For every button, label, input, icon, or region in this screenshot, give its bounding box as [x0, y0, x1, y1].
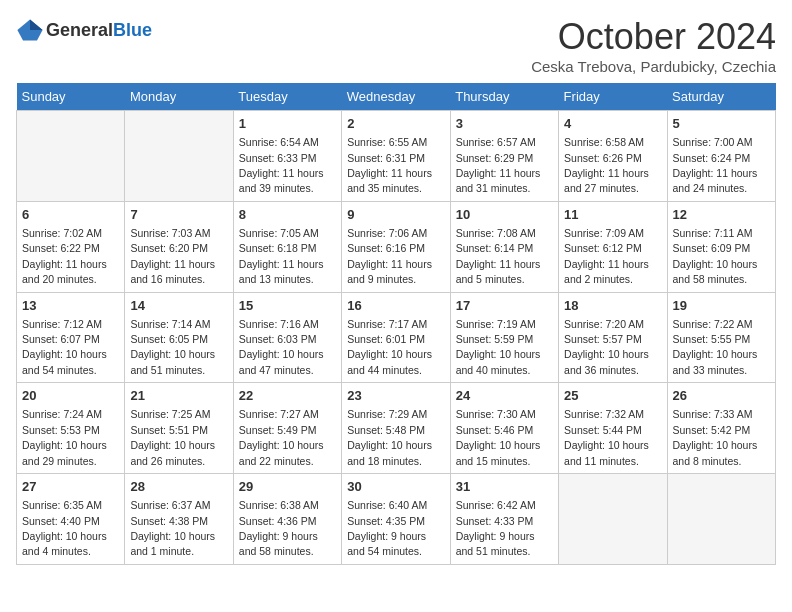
calendar-cell: 25Sunrise: 7:32 AM Sunset: 5:44 PM Dayli… [559, 383, 667, 474]
calendar-cell: 21Sunrise: 7:25 AM Sunset: 5:51 PM Dayli… [125, 383, 233, 474]
day-info: Sunrise: 7:08 AM Sunset: 6:14 PM Dayligh… [456, 227, 541, 285]
day-number: 23 [347, 387, 444, 405]
calendar-cell: 30Sunrise: 6:40 AM Sunset: 4:35 PM Dayli… [342, 474, 450, 565]
month-title: October 2024 [531, 16, 776, 58]
calendar-week-5: 27Sunrise: 6:35 AM Sunset: 4:40 PM Dayli… [17, 474, 776, 565]
calendar-cell: 27Sunrise: 6:35 AM Sunset: 4:40 PM Dayli… [17, 474, 125, 565]
calendar-cell: 5Sunrise: 7:00 AM Sunset: 6:24 PM Daylig… [667, 111, 775, 202]
logo-text-blue: Blue [113, 20, 152, 40]
calendar-cell: 16Sunrise: 7:17 AM Sunset: 6:01 PM Dayli… [342, 292, 450, 383]
weekday-header-sunday: Sunday [17, 83, 125, 111]
calendar-cell [559, 474, 667, 565]
calendar-header: SundayMondayTuesdayWednesdayThursdayFrid… [17, 83, 776, 111]
calendar-cell: 22Sunrise: 7:27 AM Sunset: 5:49 PM Dayli… [233, 383, 341, 474]
calendar-cell: 9Sunrise: 7:06 AM Sunset: 6:16 PM Daylig… [342, 201, 450, 292]
calendar-cell: 13Sunrise: 7:12 AM Sunset: 6:07 PM Dayli… [17, 292, 125, 383]
calendar-cell [17, 111, 125, 202]
day-info: Sunrise: 7:11 AM Sunset: 6:09 PM Dayligh… [673, 227, 758, 285]
calendar-cell: 15Sunrise: 7:16 AM Sunset: 6:03 PM Dayli… [233, 292, 341, 383]
day-info: Sunrise: 7:12 AM Sunset: 6:07 PM Dayligh… [22, 318, 107, 376]
day-info: Sunrise: 7:14 AM Sunset: 6:05 PM Dayligh… [130, 318, 215, 376]
calendar-week-3: 13Sunrise: 7:12 AM Sunset: 6:07 PM Dayli… [17, 292, 776, 383]
day-info: Sunrise: 6:55 AM Sunset: 6:31 PM Dayligh… [347, 136, 432, 194]
day-info: Sunrise: 7:25 AM Sunset: 5:51 PM Dayligh… [130, 408, 215, 466]
weekday-header-tuesday: Tuesday [233, 83, 341, 111]
day-number: 11 [564, 206, 661, 224]
day-number: 17 [456, 297, 553, 315]
day-number: 6 [22, 206, 119, 224]
weekday-header-friday: Friday [559, 83, 667, 111]
weekday-header-thursday: Thursday [450, 83, 558, 111]
calendar-cell: 20Sunrise: 7:24 AM Sunset: 5:53 PM Dayli… [17, 383, 125, 474]
day-number: 12 [673, 206, 770, 224]
svg-marker-1 [30, 20, 43, 31]
day-info: Sunrise: 7:27 AM Sunset: 5:49 PM Dayligh… [239, 408, 324, 466]
calendar-cell: 4Sunrise: 6:58 AM Sunset: 6:26 PM Daylig… [559, 111, 667, 202]
day-number: 22 [239, 387, 336, 405]
day-info: Sunrise: 7:33 AM Sunset: 5:42 PM Dayligh… [673, 408, 758, 466]
day-info: Sunrise: 7:05 AM Sunset: 6:18 PM Dayligh… [239, 227, 324, 285]
day-number: 1 [239, 115, 336, 133]
day-number: 21 [130, 387, 227, 405]
day-info: Sunrise: 6:58 AM Sunset: 6:26 PM Dayligh… [564, 136, 649, 194]
page-header: GeneralBlue October 2024 Ceska Trebova, … [16, 16, 776, 75]
day-info: Sunrise: 6:57 AM Sunset: 6:29 PM Dayligh… [456, 136, 541, 194]
day-info: Sunrise: 7:32 AM Sunset: 5:44 PM Dayligh… [564, 408, 649, 466]
day-info: Sunrise: 7:29 AM Sunset: 5:48 PM Dayligh… [347, 408, 432, 466]
day-info: Sunrise: 7:30 AM Sunset: 5:46 PM Dayligh… [456, 408, 541, 466]
calendar-cell [667, 474, 775, 565]
day-info: Sunrise: 7:17 AM Sunset: 6:01 PM Dayligh… [347, 318, 432, 376]
day-number: 13 [22, 297, 119, 315]
day-number: 26 [673, 387, 770, 405]
day-info: Sunrise: 7:09 AM Sunset: 6:12 PM Dayligh… [564, 227, 649, 285]
weekday-header-monday: Monday [125, 83, 233, 111]
day-info: Sunrise: 7:19 AM Sunset: 5:59 PM Dayligh… [456, 318, 541, 376]
calendar-cell [125, 111, 233, 202]
day-number: 7 [130, 206, 227, 224]
day-number: 8 [239, 206, 336, 224]
calendar-cell: 18Sunrise: 7:20 AM Sunset: 5:57 PM Dayli… [559, 292, 667, 383]
day-number: 4 [564, 115, 661, 133]
calendar-cell: 3Sunrise: 6:57 AM Sunset: 6:29 PM Daylig… [450, 111, 558, 202]
day-number: 18 [564, 297, 661, 315]
day-info: Sunrise: 7:24 AM Sunset: 5:53 PM Dayligh… [22, 408, 107, 466]
day-info: Sunrise: 7:03 AM Sunset: 6:20 PM Dayligh… [130, 227, 215, 285]
logo: GeneralBlue [16, 16, 152, 44]
day-info: Sunrise: 7:22 AM Sunset: 5:55 PM Dayligh… [673, 318, 758, 376]
day-number: 5 [673, 115, 770, 133]
day-info: Sunrise: 6:37 AM Sunset: 4:38 PM Dayligh… [130, 499, 215, 557]
calendar-table: SundayMondayTuesdayWednesdayThursdayFrid… [16, 83, 776, 565]
title-block: October 2024 Ceska Trebova, Pardubicky, … [531, 16, 776, 75]
day-number: 19 [673, 297, 770, 315]
day-info: Sunrise: 6:38 AM Sunset: 4:36 PM Dayligh… [239, 499, 319, 557]
day-number: 14 [130, 297, 227, 315]
day-number: 10 [456, 206, 553, 224]
day-number: 29 [239, 478, 336, 496]
day-info: Sunrise: 7:20 AM Sunset: 5:57 PM Dayligh… [564, 318, 649, 376]
day-info: Sunrise: 7:02 AM Sunset: 6:22 PM Dayligh… [22, 227, 107, 285]
calendar-cell: 17Sunrise: 7:19 AM Sunset: 5:59 PM Dayli… [450, 292, 558, 383]
day-number: 28 [130, 478, 227, 496]
weekday-header-row: SundayMondayTuesdayWednesdayThursdayFrid… [17, 83, 776, 111]
day-number: 24 [456, 387, 553, 405]
day-info: Sunrise: 6:35 AM Sunset: 4:40 PM Dayligh… [22, 499, 107, 557]
logo-text-general: General [46, 20, 113, 40]
day-number: 25 [564, 387, 661, 405]
calendar-body: 1Sunrise: 6:54 AM Sunset: 6:33 PM Daylig… [17, 111, 776, 565]
day-info: Sunrise: 7:00 AM Sunset: 6:24 PM Dayligh… [673, 136, 758, 194]
day-number: 3 [456, 115, 553, 133]
calendar-cell: 31Sunrise: 6:42 AM Sunset: 4:33 PM Dayli… [450, 474, 558, 565]
calendar-cell: 12Sunrise: 7:11 AM Sunset: 6:09 PM Dayli… [667, 201, 775, 292]
day-number: 2 [347, 115, 444, 133]
logo-icon [16, 16, 44, 44]
calendar-cell: 8Sunrise: 7:05 AM Sunset: 6:18 PM Daylig… [233, 201, 341, 292]
day-number: 30 [347, 478, 444, 496]
calendar-cell: 24Sunrise: 7:30 AM Sunset: 5:46 PM Dayli… [450, 383, 558, 474]
day-number: 16 [347, 297, 444, 315]
calendar-cell: 23Sunrise: 7:29 AM Sunset: 5:48 PM Dayli… [342, 383, 450, 474]
calendar-cell: 7Sunrise: 7:03 AM Sunset: 6:20 PM Daylig… [125, 201, 233, 292]
day-info: Sunrise: 7:06 AM Sunset: 6:16 PM Dayligh… [347, 227, 432, 285]
calendar-cell: 29Sunrise: 6:38 AM Sunset: 4:36 PM Dayli… [233, 474, 341, 565]
calendar-cell: 26Sunrise: 7:33 AM Sunset: 5:42 PM Dayli… [667, 383, 775, 474]
calendar-week-4: 20Sunrise: 7:24 AM Sunset: 5:53 PM Dayli… [17, 383, 776, 474]
